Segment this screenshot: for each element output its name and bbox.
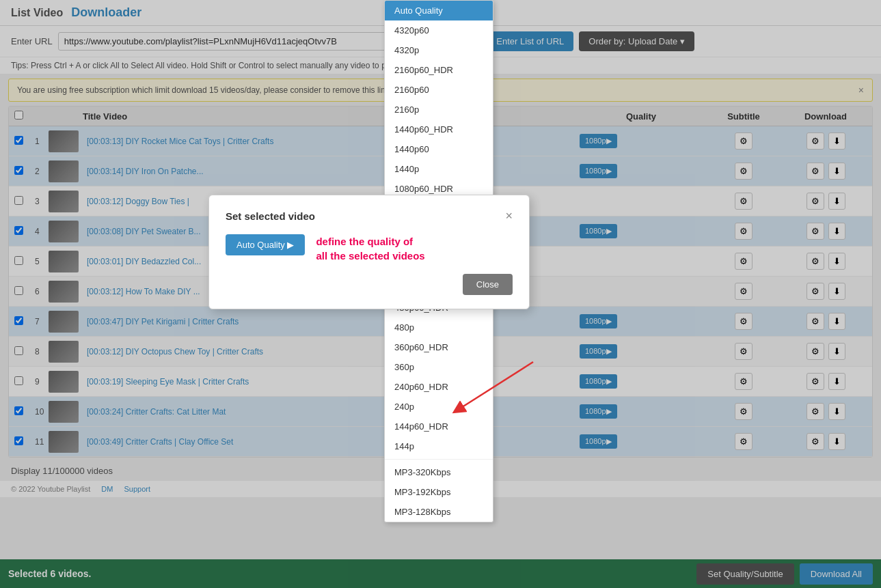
quality-option-144p60-hdr[interactable]: 144p60_HDR: [385, 417, 493, 436]
quality-option-2160p60-hdr[interactable]: 2160p60_HDR: [385, 60, 493, 80]
modal-footer: Close: [226, 274, 513, 295]
set-quality-modal: Set selected video × Auto Quality ▶ defi…: [208, 195, 530, 309]
quality-option-mp3-128kbps[interactable]: MP3-128Kbps: [385, 502, 493, 522]
quality-divider: [385, 459, 493, 460]
quality-option-240p60-hdr[interactable]: 240p60_HDR: [385, 377, 493, 397]
quality-option-mp3-320kbps[interactable]: MP3-320Kbps: [385, 462, 493, 482]
modal-title: Set selected video: [226, 210, 315, 222]
quality-option-240p[interactable]: 240p: [385, 397, 493, 417]
quality-option-480p[interactable]: 480p: [385, 318, 493, 337]
quality-option-1440p[interactable]: 1440p: [385, 159, 493, 179]
modal-description: define the quality of all the selected v…: [316, 234, 424, 263]
auto-quality-button[interactable]: Auto Quality ▶: [226, 234, 305, 255]
modal-close-button[interactable]: ×: [505, 209, 513, 223]
quality-option-2160p60[interactable]: 2160p60: [385, 80, 493, 100]
modal-body: Auto Quality ▶ define the quality of all…: [226, 234, 513, 263]
quality-option-auto-quality[interactable]: Auto Quality: [385, 1, 493, 20]
quality-option-360p[interactable]: 360p: [385, 357, 493, 377]
quality-option-4320p[interactable]: 4320p: [385, 40, 493, 60]
quality-option-2160p[interactable]: 2160p: [385, 100, 493, 120]
close-modal-button[interactable]: Close: [463, 274, 513, 295]
quality-option-1440p60-hdr[interactable]: 1440p60_HDR: [385, 120, 493, 139]
quality-option-360p60-hdr[interactable]: 360p60_HDR: [385, 337, 493, 357]
quality-option-4320p60[interactable]: 4320p60: [385, 20, 493, 40]
quality-option-mp3-192kbps[interactable]: MP3-192Kbps: [385, 482, 493, 502]
modal-header: Set selected video ×: [226, 209, 513, 223]
quality-option-144p[interactable]: 144p: [385, 436, 493, 456]
quality-option-1440p60[interactable]: 1440p60: [385, 139, 493, 159]
